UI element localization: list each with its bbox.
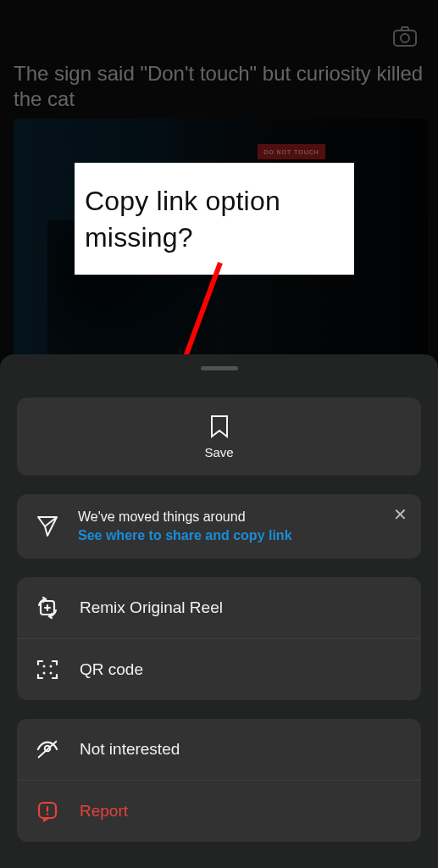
action-group-1: Remix Original Reel QR code bbox=[17, 577, 421, 700]
remix-row[interactable]: Remix Original Reel bbox=[17, 577, 421, 638]
remix-icon bbox=[36, 596, 59, 620]
send-icon bbox=[36, 515, 59, 538]
app-viewport: The sign said "Don't touch" but curiosit… bbox=[0, 0, 438, 868]
qr-code-row[interactable]: QR code bbox=[17, 638, 421, 700]
action-group-2: Not interested Report bbox=[17, 719, 421, 842]
close-icon[interactable]: ✕ bbox=[393, 506, 408, 523]
share-info-link[interactable]: See where to share and copy link bbox=[78, 528, 292, 543]
qr-code-icon bbox=[36, 658, 59, 682]
share-info-texts: We've moved things around See where to s… bbox=[78, 509, 292, 543]
save-button[interactable]: Save bbox=[17, 398, 421, 476]
not-interested-label: Not interested bbox=[80, 740, 180, 759]
eye-off-icon bbox=[36, 737, 59, 761]
svg-point-15 bbox=[47, 813, 49, 815]
svg-point-8 bbox=[50, 665, 53, 668]
svg-point-9 bbox=[43, 672, 46, 675]
share-info-primary: We've moved things around bbox=[78, 509, 292, 525]
svg-point-10 bbox=[50, 672, 53, 675]
sheet-handle[interactable] bbox=[201, 366, 238, 370]
report-label: Report bbox=[80, 802, 128, 821]
share-info-card[interactable]: We've moved things around See where to s… bbox=[17, 494, 421, 559]
remix-label: Remix Original Reel bbox=[80, 598, 223, 617]
qr-code-label: QR code bbox=[80, 660, 143, 679]
annotation-callout: Copy link option missing? bbox=[75, 163, 354, 275]
action-sheet: Save We've moved things around See where… bbox=[0, 354, 438, 868]
svg-point-7 bbox=[43, 665, 46, 668]
not-interested-row[interactable]: Not interested bbox=[17, 719, 421, 780]
save-label: Save bbox=[204, 445, 233, 459]
report-icon bbox=[36, 799, 59, 823]
report-row[interactable]: Report bbox=[17, 780, 421, 842]
bookmark-icon bbox=[208, 415, 231, 438]
